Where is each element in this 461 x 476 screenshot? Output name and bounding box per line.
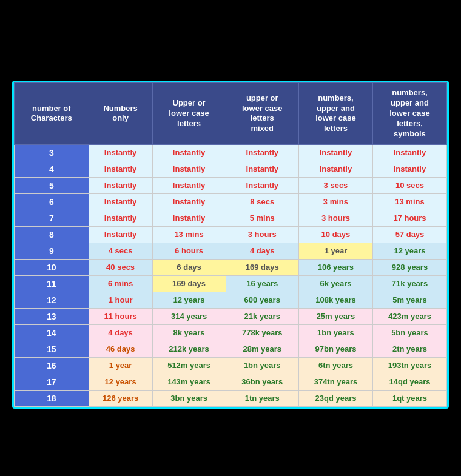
cell-r11-c0: 4 days — [89, 324, 152, 341]
cell-r3-c4: 13 mins — [372, 193, 446, 210]
cell-r9-c0: 1 hour — [89, 292, 152, 308]
header-cell-4: numbers,upper andlower caseletters — [298, 83, 372, 144]
cell-r14-c2: 36bn years — [226, 374, 298, 390]
cell-r12-c3: 97bn years — [298, 341, 372, 357]
cell-r10-c3: 25m years — [298, 308, 372, 324]
cell-r12-c1: 212k years — [152, 341, 226, 357]
cell-r1-c4: Instantly — [372, 161, 446, 177]
cell-r6-c3: 1 year — [298, 243, 372, 259]
cell-r10-c4: 423m years — [372, 308, 446, 324]
cell-r12-c2: 28m years — [226, 341, 298, 357]
table-row: 144 days8k years778k years1bn years5bn y… — [15, 324, 447, 341]
cell-r1-c2: Instantly — [226, 161, 298, 177]
cell-r11-c1: 8k years — [152, 324, 226, 341]
table-row: 3InstantlyInstantlyInstantlyInstantlyIns… — [15, 144, 447, 161]
cell-r9-c1: 12 years — [152, 292, 226, 308]
cell-r6-c1: 6 hours — [152, 243, 226, 259]
main-container: number ofCharactersNumbersonlyUpper orlo… — [6, 61, 455, 414]
cell-r1-c1: Instantly — [152, 161, 226, 177]
row-number: 13 — [15, 308, 89, 324]
row-number: 18 — [15, 390, 89, 406]
cell-r9-c3: 108k years — [298, 292, 372, 308]
table-wrapper: number ofCharactersNumbersonlyUpper orlo… — [12, 81, 449, 408]
cell-r5-c0: Instantly — [89, 226, 152, 243]
password-table: number ofCharactersNumbersonlyUpper orlo… — [14, 82, 447, 406]
cell-r13-c1: 512m years — [152, 357, 226, 374]
cell-r14-c4: 14qd years — [372, 374, 446, 390]
table-row: 1546 days212k years28m years97bn years2t… — [15, 341, 447, 357]
cell-r3-c3: 3 mins — [298, 193, 372, 210]
cell-r9-c2: 600 years — [226, 292, 298, 308]
cell-r14-c0: 12 years — [89, 374, 152, 390]
cell-r2-c4: 10 secs — [372, 177, 446, 193]
cell-r13-c3: 6tn years — [298, 357, 372, 374]
cell-r3-c0: Instantly — [89, 193, 152, 210]
cell-r14-c1: 143m years — [152, 374, 226, 390]
row-number: 17 — [15, 374, 89, 390]
cell-r13-c4: 193tn years — [372, 357, 446, 374]
cell-r4-c2: 5 mins — [226, 210, 298, 226]
cell-r8-c1: 169 days — [152, 275, 226, 292]
cell-r8-c3: 6k years — [298, 275, 372, 292]
cell-r2-c3: 3 secs — [298, 177, 372, 193]
cell-r7-c3: 106 years — [298, 259, 372, 275]
cell-r15-c0: 126 years — [89, 390, 152, 406]
table-row: 18126 years3bn years1tn years23qd years1… — [15, 390, 447, 406]
cell-r3-c1: Instantly — [152, 193, 226, 210]
cell-r5-c1: 13 mins — [152, 226, 226, 243]
cell-r3-c2: 8 secs — [226, 193, 298, 210]
table-row: 94 secs6 hours4 days1 year12 years — [15, 243, 447, 259]
row-number: 15 — [15, 341, 89, 357]
cell-r7-c2: 169 days — [226, 259, 298, 275]
cell-r7-c1: 6 days — [152, 259, 226, 275]
cell-r15-c3: 23qd years — [298, 390, 372, 406]
cell-r10-c1: 314 years — [152, 308, 226, 324]
row-number: 9 — [15, 243, 89, 259]
cell-r6-c4: 12 years — [372, 243, 446, 259]
cell-r10-c0: 11 hours — [89, 308, 152, 324]
cell-r13-c0: 1 year — [89, 357, 152, 374]
table-row: 116 mins169 days16 years6k years71k year… — [15, 275, 447, 292]
cell-r11-c2: 778k years — [226, 324, 298, 341]
row-number: 10 — [15, 259, 89, 275]
cell-r4-c1: Instantly — [152, 210, 226, 226]
row-number: 6 — [15, 193, 89, 210]
row-number: 14 — [15, 324, 89, 341]
table-row: 5InstantlyInstantlyInstantly3 secs10 sec… — [15, 177, 447, 193]
cell-r8-c4: 71k years — [372, 275, 446, 292]
table-row: 7InstantlyInstantly5 mins3 hours17 hours — [15, 210, 447, 226]
row-number: 3 — [15, 144, 89, 161]
header-row: number ofCharactersNumbersonlyUpper orlo… — [15, 83, 447, 144]
table-row: 8Instantly13 mins3 hours10 days57 days — [15, 226, 447, 243]
table-row: 1040 secs6 days169 days106 years928 year… — [15, 259, 447, 275]
table-row: 1311 hours314 years21k years25m years423… — [15, 308, 447, 324]
header-cell-3: upper orlower caselettersmixed — [226, 83, 298, 144]
cell-r8-c2: 16 years — [226, 275, 298, 292]
cell-r8-c0: 6 mins — [89, 275, 152, 292]
table-row: 121 hour12 years600 years108k years5m ye… — [15, 292, 447, 308]
cell-r4-c0: Instantly — [89, 210, 152, 226]
cell-r4-c4: 17 hours — [372, 210, 446, 226]
cell-r12-c4: 2tn years — [372, 341, 446, 357]
cell-r0-c0: Instantly — [89, 144, 152, 161]
cell-r7-c0: 40 secs — [89, 259, 152, 275]
cell-r0-c3: Instantly — [298, 144, 372, 161]
cell-r6-c2: 4 days — [226, 243, 298, 259]
cell-r7-c4: 928 years — [372, 259, 446, 275]
cell-r4-c3: 3 hours — [298, 210, 372, 226]
header-cell-0: number ofCharacters — [15, 83, 89, 144]
header-cell-5: numbers,upper andlower caseletters,symbo… — [372, 83, 446, 144]
cell-r2-c1: Instantly — [152, 177, 226, 193]
cell-r2-c0: Instantly — [89, 177, 152, 193]
cell-r0-c4: Instantly — [372, 144, 446, 161]
table-row: 161 year512m years1bn years6tn years193t… — [15, 357, 447, 374]
cell-r11-c4: 5bn years — [372, 324, 446, 341]
cell-r6-c0: 4 secs — [89, 243, 152, 259]
cell-r1-c3: Instantly — [298, 161, 372, 177]
row-number: 16 — [15, 357, 89, 374]
row-number: 4 — [15, 161, 89, 177]
cell-r15-c2: 1tn years — [226, 390, 298, 406]
table-row: 1712 years143m years36bn years374tn year… — [15, 374, 447, 390]
row-number: 5 — [15, 177, 89, 193]
cell-r0-c2: Instantly — [226, 144, 298, 161]
